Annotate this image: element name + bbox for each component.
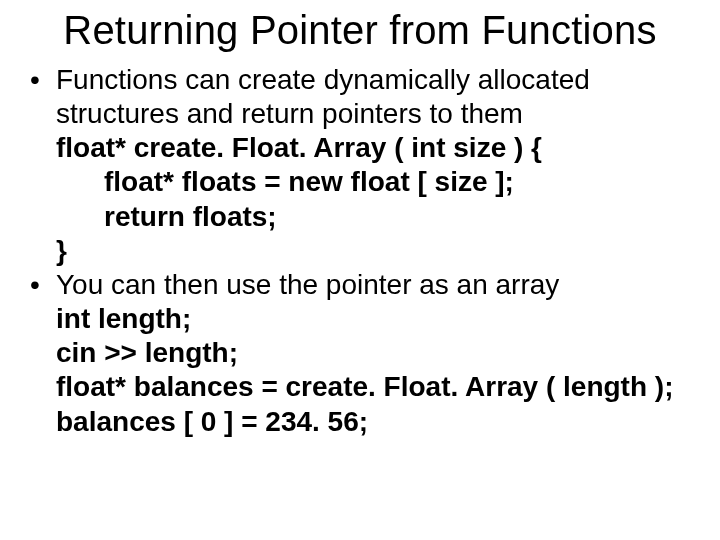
bullet-1: Functions can create dynamically allocat… bbox=[52, 63, 692, 268]
bullet-1-text: Functions can create dynamically allocat… bbox=[56, 63, 692, 131]
code-1-line-1: float* create. Float. Array ( int size )… bbox=[56, 131, 692, 165]
slide-body: Functions can create dynamically allocat… bbox=[28, 63, 692, 439]
bullet-2: You can then use the pointer as an array… bbox=[52, 268, 692, 439]
code-1-line-4: } bbox=[56, 234, 692, 268]
slide: Returning Pointer from Functions Functio… bbox=[0, 0, 720, 540]
code-2-line-3: float* balances = create. Float. Array (… bbox=[56, 370, 692, 404]
code-2-line-2: cin >> length; bbox=[56, 336, 692, 370]
code-1-line-2: float* floats = new float [ size ]; bbox=[56, 165, 692, 199]
bullet-2-text: You can then use the pointer as an array bbox=[56, 268, 692, 302]
code-1-line-3: return floats; bbox=[56, 200, 692, 234]
code-2-line-1: int length; bbox=[56, 302, 692, 336]
slide-title: Returning Pointer from Functions bbox=[28, 8, 692, 53]
code-2-line-4: balances [ 0 ] = 234. 56; bbox=[56, 405, 692, 439]
